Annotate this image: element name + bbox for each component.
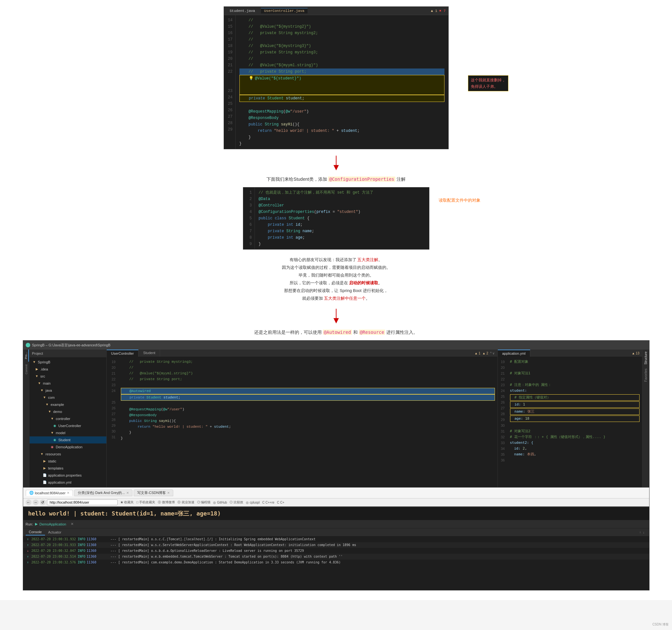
vtab-favorites[interactable]: Favorites bbox=[643, 367, 648, 384]
log-level: INFO bbox=[78, 542, 86, 548]
tree-usercontroller[interactable]: ◉ UserController bbox=[29, 422, 106, 429]
tree-demo[interactable]: ▼ demo bbox=[29, 408, 106, 415]
tree-app-properties[interactable]: 📄 application.properties bbox=[29, 472, 106, 479]
folder-icon: ▶ bbox=[42, 459, 47, 463]
tree-springb[interactable]: ▼ SpringB bbox=[29, 358, 106, 366]
tree-app-yml[interactable]: 📄 application.yml bbox=[29, 479, 106, 486]
console-tab-console[interactable]: Console bbox=[26, 529, 45, 535]
editor-line: return "hello world! | student: " + stud… bbox=[121, 424, 495, 430]
run-app-icon: ▶ bbox=[35, 522, 38, 526]
browser-icon: 🌐 bbox=[29, 491, 34, 495]
tree-label: Student bbox=[58, 437, 71, 443]
project-tree[interactable]: ▼ SpringB ▶ .idea ▼ src ▼ bbox=[29, 357, 106, 487]
tree-example[interactable]: ▼ example bbox=[29, 401, 106, 408]
tree-java[interactable]: ▼ java bbox=[29, 387, 106, 394]
run-label: Run: bbox=[26, 522, 33, 526]
yaml-tabs: application.yml ▲ 13 bbox=[498, 350, 642, 357]
tree-model[interactable]: ▼ model bbox=[29, 429, 106, 437]
scroll-down-btn[interactable]: ↓ bbox=[643, 531, 645, 534]
editor-tab-usercontroller[interactable]: UserController bbox=[107, 350, 139, 357]
scroll-up-btn[interactable]: ↑ bbox=[640, 531, 641, 534]
top-section: Student.java UserController.java ▲ 1 ✖ 7… bbox=[0, 6, 672, 149]
tree-demoapplication[interactable]: ◉ DemoApplication bbox=[29, 443, 106, 450]
bookmark-item[interactable]: ◎ 比较效 bbox=[230, 500, 243, 505]
forward-btn[interactable]: → bbox=[33, 499, 39, 505]
tree-idea[interactable]: ▶ .idea bbox=[29, 366, 106, 373]
mid-section: 12345 6789 // 也就是说，加上了这个注解，就不用再写 set 和 g… bbox=[0, 187, 672, 250]
yaml-line: student2: { bbox=[510, 440, 640, 446]
yaml-line-boxed: id: 1 bbox=[510, 401, 640, 408]
vtab-project[interactable]: Pro... bbox=[24, 350, 29, 362]
browser-tab-csdn1[interactable]: 分类(深色) Dark And Grey的... ✕ bbox=[74, 489, 133, 496]
browser-tab-localhost[interactable]: 🌐 localhost:8084/user ✕ bbox=[26, 490, 73, 496]
tree-label: DemoApplication bbox=[56, 444, 82, 450]
tree-templates[interactable]: ▶ templates bbox=[29, 465, 106, 472]
bookmark-item[interactable]: ◎ GitHub bbox=[213, 501, 227, 504]
vtab-commit[interactable]: Commit bbox=[24, 362, 29, 377]
tree-static[interactable]: ▶ static bbox=[29, 458, 106, 465]
console-actions: ↑ ↓ bbox=[638, 531, 647, 534]
log-level: INFO bbox=[78, 554, 86, 559]
tree-resources[interactable]: ▼ resources bbox=[29, 450, 106, 458]
back-btn[interactable]: ← bbox=[26, 499, 31, 505]
bookmark-item[interactable]: ◎ cpluspl bbox=[246, 501, 260, 504]
editor-line: } bbox=[121, 436, 495, 441]
browser-log-area: 🌐 localhost:8084/user ✕ 分类(深色) Dark And … bbox=[23, 487, 649, 590]
ide-icon bbox=[26, 343, 30, 347]
bookmark-item[interactable]: C C++re bbox=[262, 501, 274, 504]
tab-student-java[interactable]: Student.java bbox=[226, 8, 258, 14]
yaml-line: name: 本四, bbox=[510, 451, 640, 457]
yaml-panel: application.yml ▲ 13 1920212223 24252627… bbox=[498, 350, 642, 487]
tree-label: main bbox=[43, 380, 51, 386]
browser-tab-csdn2[interactable]: 写文章-CSDN博客 ✕ bbox=[134, 489, 173, 496]
description-section: 有细心的朋友可以发现：我还添加了 五大类注解。 因为这个读取赋值的过程，需要随着… bbox=[0, 256, 672, 302]
folder-icon: ▼ bbox=[50, 417, 55, 421]
tree-main[interactable]: ▼ main bbox=[29, 380, 106, 387]
code-line bbox=[239, 102, 445, 108]
log-timestamp: 2022-07-20 23:00:32.047 bbox=[31, 548, 76, 554]
address-bar[interactable] bbox=[47, 499, 118, 505]
bookmark-item[interactable]: ⓪ 微博微博 bbox=[158, 500, 175, 505]
refresh-btn[interactable]: ↺ bbox=[40, 499, 46, 505]
console-tab-actuator[interactable]: Actuator bbox=[45, 529, 65, 535]
log-area: ↑ 2022-07-20 23:00:31.932 INFO 11360 ---… bbox=[23, 536, 649, 590]
warning-count: ▲ 1 bbox=[431, 9, 437, 13]
editor-header: Student.java UserController.java ▲ 1 ✖ 7 bbox=[224, 7, 448, 15]
vtab-structure[interactable]: Structure bbox=[643, 350, 648, 367]
log-icon-up: ↑ bbox=[26, 554, 30, 559]
top-code-editor: Student.java UserController.java ▲ 1 ✖ 7… bbox=[224, 6, 449, 149]
tab-close-btn-3[interactable]: ✕ bbox=[167, 491, 170, 495]
bookmark-item[interactable]: ⓪ 就业加速 bbox=[177, 500, 194, 505]
tree-label: demo bbox=[53, 409, 62, 415]
xml-icon: 📄 bbox=[42, 480, 47, 485]
browser-tab-label-2: 分类(深色) Dark And Grey的... bbox=[78, 490, 125, 495]
code-line: @ConfigurationProperties(prefix = "stude… bbox=[259, 209, 425, 215]
bookmark-item[interactable]: C C+ bbox=[277, 501, 284, 504]
tree-src[interactable]: ▼ src bbox=[29, 373, 106, 380]
yaml-tab-active[interactable]: application.yml bbox=[498, 350, 531, 357]
log-text: --- [ restartedMain] w.e.b.embedded.tomc… bbox=[111, 554, 342, 559]
bookmark-item[interactable]: ★ 收藏夹 bbox=[120, 500, 134, 505]
tab-close-btn[interactable]: ✕ bbox=[67, 491, 69, 495]
log-thread: 11360 bbox=[87, 560, 109, 565]
arrow-down-2 bbox=[0, 309, 672, 325]
log-line: ↑ 2022-07-20 23:00:31.932 INFO 11360 ---… bbox=[23, 536, 649, 542]
log-line: ↓ 2022-07-20 23:00:32.047 INFO 11360 ---… bbox=[23, 548, 649, 554]
tree-com[interactable]: ▼ com bbox=[29, 394, 106, 401]
desc-line-5: 那想要在启动的时候读取，让 Spring Boot 进行初始化， bbox=[282, 287, 390, 295]
tree-student[interactable]: ◉ Student bbox=[29, 437, 106, 443]
tab-usercontroller-java[interactable]: UserController.java bbox=[261, 8, 308, 14]
mid-annotation: 读取配置文件中的对象 bbox=[439, 197, 480, 204]
editor-line bbox=[121, 401, 495, 406]
bookmark-item[interactable]: □ 手机收藏夹 bbox=[136, 500, 155, 505]
yaml-line-numbers: 1920212223 2425262728 2930313233 343536 bbox=[498, 357, 507, 487]
svg-marker-3 bbox=[333, 318, 339, 324]
tab-close-btn-2[interactable]: ✕ bbox=[126, 491, 129, 495]
tree-controller[interactable]: ▼ controller bbox=[29, 415, 106, 422]
tree-label: model bbox=[56, 430, 66, 436]
editor-tab-student[interactable]: Student bbox=[139, 350, 160, 357]
bookmark-item[interactable]: ◎ 编程猫 bbox=[197, 500, 211, 505]
folder-icon: ▼ bbox=[37, 381, 42, 386]
run-close[interactable]: ✕ bbox=[71, 522, 74, 526]
java-icon: ◉ bbox=[50, 445, 55, 449]
